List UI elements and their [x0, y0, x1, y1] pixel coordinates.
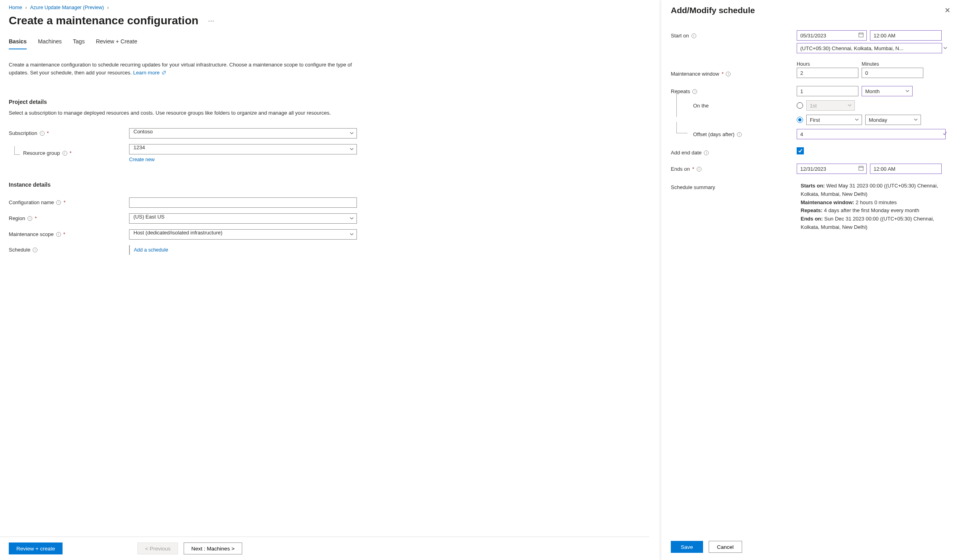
info-icon[interactable]: i [697, 167, 701, 172]
repeats-interval-input[interactable] [797, 86, 858, 96]
info-icon[interactable]: i [27, 216, 32, 221]
tab-tags[interactable]: Tags [73, 36, 85, 49]
breadcrumb-parent[interactable]: Azure Update Manager (Preview) [30, 5, 104, 10]
timezone-select[interactable]: (UTC+05:30) Chennai, Kolkata, Mumbai, N.… [797, 43, 942, 53]
end-time-input[interactable] [870, 164, 942, 174]
weekday-select[interactable]: Monday [865, 115, 921, 125]
info-icon[interactable]: i [40, 131, 45, 136]
repeats-unit-select[interactable]: Month [862, 86, 913, 96]
day-of-month-select: 1st [806, 100, 855, 111]
tab-basics[interactable]: Basics [9, 36, 27, 49]
day-of-week-radio[interactable] [797, 117, 803, 123]
next-button[interactable]: Next : Machines > [184, 542, 242, 554]
maintenance-scope-label: Maintenance scope i * [9, 231, 129, 237]
start-date-input[interactable] [797, 30, 867, 41]
maintenance-window-label: Maintenance window * i [671, 61, 797, 77]
schedule-label: Schedule i [9, 247, 129, 253]
chevron-right-icon: › [107, 5, 109, 10]
create-new-rg-link[interactable]: Create new [129, 157, 357, 162]
region-label: Region i * [9, 215, 129, 221]
tab-review-create[interactable]: Review + Create [96, 36, 137, 49]
tab-machines[interactable]: Machines [38, 36, 62, 49]
breadcrumb: Home › Azure Update Manager (Preview) › [9, 0, 641, 14]
chevron-down-icon [943, 45, 947, 51]
external-link-icon [162, 70, 166, 75]
config-name-input[interactable] [129, 197, 357, 208]
maintenance-scope-select[interactable]: Host (dedicated/isolated infrastructure) [129, 229, 357, 240]
add-end-date-checkbox[interactable] [797, 147, 804, 154]
on-the-label: On the [671, 100, 797, 109]
minutes-label: Minutes [862, 61, 923, 67]
info-icon[interactable]: i [737, 132, 742, 137]
end-date-input[interactable] [797, 164, 867, 174]
offset-select[interactable]: 4 [797, 129, 946, 139]
info-icon[interactable]: i [56, 232, 61, 237]
resource-group-label: Resource group i * [9, 150, 129, 156]
instance-details-heading: Instance details [9, 181, 641, 188]
week-ordinal-select[interactable]: First [806, 115, 862, 125]
save-button[interactable]: Save [671, 541, 703, 553]
add-end-date-label: Add end date i [671, 147, 797, 156]
start-on-label: Start on i [671, 30, 797, 39]
repeats-label: Repeats i [671, 86, 797, 94]
ends-on-label: Ends on * i [671, 164, 797, 172]
review-create-button[interactable]: Review + create [9, 542, 63, 554]
config-name-label: Configuration name i * [9, 199, 129, 205]
day-of-month-radio[interactable] [797, 102, 803, 109]
previous-button: < Previous [137, 542, 178, 554]
add-schedule-link[interactable]: Add a schedule [134, 247, 168, 253]
subscription-select[interactable]: Contoso [129, 128, 357, 139]
info-icon[interactable]: i [33, 248, 37, 252]
minutes-input[interactable] [862, 68, 923, 78]
learn-more-link[interactable]: Learn more [133, 70, 166, 76]
page-title: Create a maintenance configuration [9, 14, 198, 27]
info-icon[interactable]: i [726, 72, 731, 76]
project-details-desc: Select a subscription to manage deployed… [9, 109, 359, 117]
info-icon[interactable]: i [692, 33, 696, 38]
hours-label: Hours [797, 61, 858, 67]
info-icon[interactable]: i [692, 89, 697, 94]
schedule-summary-text: Starts on: Wed May 31 2023 00:00 ((UTC+0… [797, 182, 944, 232]
intro-text: Create a maintenance configuration to sc… [9, 54, 371, 80]
subscription-label: Subscription i * [9, 130, 129, 136]
panel-title: Add/Modify schedule [671, 6, 755, 15]
info-icon[interactable]: i [56, 200, 61, 205]
project-details-heading: Project details [9, 99, 641, 105]
cancel-button[interactable]: Cancel [709, 541, 742, 553]
info-icon[interactable]: i [63, 151, 67, 156]
breadcrumb-home[interactable]: Home [9, 5, 22, 10]
chevron-right-icon: › [25, 5, 27, 10]
hours-input[interactable] [797, 68, 858, 78]
info-icon[interactable]: i [704, 150, 709, 155]
resource-group-select[interactable]: 1234 [129, 144, 357, 154]
tab-bar: Basics Machines Tags Review + Create [9, 36, 641, 50]
schedule-summary-label: Schedule summary [671, 182, 797, 190]
region-select[interactable]: (US) East US [129, 213, 357, 224]
start-time-input[interactable] [870, 30, 942, 41]
more-actions-icon[interactable]: ⋯ [208, 17, 214, 25]
offset-label: Offset (days after) i [671, 129, 797, 137]
schedule-panel: Add/Modify schedule ✕ Start on i [661, 0, 960, 560]
close-icon[interactable]: ✕ [944, 6, 950, 15]
